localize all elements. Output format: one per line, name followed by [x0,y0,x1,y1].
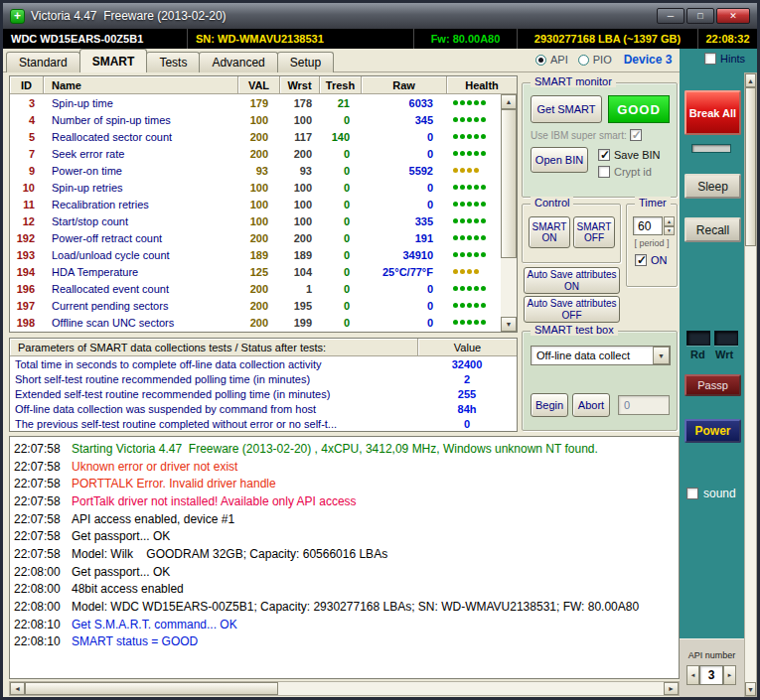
minimize-button[interactable]: ─ [657,8,684,24]
smart-attribute-row[interactable]: 10Spin-up retries10010000 [10,179,517,196]
title-bar[interactable]: + Victoria 4.47 Freeware (2013-02-20) ─ … [3,3,757,29]
autosave-off-button[interactable]: Auto Save attributes OFF [524,296,620,323]
crypt-id-row[interactable]: Crypt id [598,166,652,178]
save-bin-label: Save BIN [614,149,660,161]
vscroll-thumb[interactable] [745,87,756,246]
scroll-up-icon[interactable]: ▲ [501,94,517,109]
log-message: Model: WDC WD15EARS-00Z5B1; Capacity: 29… [72,600,639,614]
smart-attribute-row[interactable]: 194HDA Temperature125104025°C/77°F [10,263,517,280]
log-message: 48bit access enabled [72,582,184,596]
get-smart-button[interactable]: Get SMART [531,95,602,123]
smart-attribute-row[interactable]: 3Spin-up time179178216033 [10,94,517,111]
tab-advanced[interactable]: Advanced [199,52,277,72]
log-timestamp: 22:08:10 [10,618,72,631]
power-button[interactable]: Power [684,419,741,443]
api-radio[interactable] [535,55,546,66]
smart-attribute-row[interactable]: 196Reallocated event count200100 [10,280,517,297]
param-row[interactable]: Total time in seconds to complete off-li… [10,356,517,371]
log-message: PortTalk driver not installed! Available… [72,494,357,508]
smart-attribute-row[interactable]: 198Offline scan UNC sectors20019900 [10,314,517,331]
smart-on-button[interactable]: SMART ON [529,216,570,248]
api-spin-right-icon[interactable]: ► [723,665,736,685]
smart-attribute-row[interactable]: 197Current pending sectors20019500 [10,297,517,314]
scroll-right-icon[interactable]: ► [664,682,679,695]
cell-val: 100 [238,212,280,229]
open-bin-button[interactable]: Open BIN [531,147,588,173]
sound-checkbox[interactable] [686,488,698,499]
param-row[interactable]: Extended self-test routine recommended p… [10,386,517,401]
cell-id: 7 [10,145,44,162]
smart-attribute-row[interactable]: 11Recalibration retries10010000 [10,196,517,212]
sound-checkbox-row[interactable]: sound [686,487,736,500]
hscroll-thumb[interactable] [25,682,278,695]
smart-attribute-row[interactable]: 7Seek error rate20020000 [10,145,517,162]
autosave-on-button[interactable]: Auto Save attributes ON [524,267,620,294]
test-type-value: Off-line data collect [532,350,653,361]
begin-button[interactable]: Begin [531,393,568,417]
smart-attribute-row[interactable]: 12Start/stop count1001000335 [10,212,517,229]
smart-attribute-row[interactable]: 5Reallocated sector count2001171400 [10,128,517,145]
tab-setup[interactable]: Setup [277,52,334,72]
log-line: 22:08:00Get passport... OK [10,563,679,581]
table-scroll-thumb[interactable] [501,109,517,258]
recall-button[interactable]: Recall [684,217,741,242]
table-scrollbar[interactable]: ▲ ▼ [501,94,517,332]
save-bin-checkbox[interactable] [598,149,610,161]
cell-name: Start/stop count [44,212,238,229]
maximize-button[interactable]: □ [686,8,714,24]
smart-off-button[interactable]: SMART OFF [573,216,615,248]
timer-spin-down-icon[interactable]: ▼ [664,226,675,236]
break-all-button[interactable]: Break All [684,90,741,135]
smart-params-table: Parameters of SMART data collections tes… [9,338,518,432]
param-row[interactable]: Short self-test routine recommended poll… [10,371,517,386]
pio-label: PIO [593,54,612,66]
save-bin-row[interactable]: Save BIN [598,149,660,161]
cell-tresh: 0 [320,297,362,314]
ibm-smart-checkbox[interactable] [630,129,642,141]
abort-button[interactable]: Abort [572,393,610,417]
log-timestamp: 22:08:00 [10,600,72,614]
hints-checkbox[interactable] [704,53,716,65]
cell-wrst: 104 [280,263,320,280]
scroll-left-icon[interactable]: ◄ [10,682,25,695]
param-row[interactable]: The previous self-test routine completed… [10,416,517,431]
cell-wrst: 100 [280,212,320,229]
smart-attribute-row[interactable]: 9Power-on time939305592 [10,162,517,179]
scroll-down-icon[interactable]: ▼ [501,317,517,332]
tab-smart[interactable]: SMART [79,49,148,72]
timer-period-label: [ period ] [627,238,677,248]
read-led [686,331,710,346]
mode-controls: API PIO Device 3 [535,53,672,67]
hints-row[interactable]: Hints [704,53,745,65]
smart-attribute-row[interactable]: 4Number of spin-up times1001000345 [10,111,517,128]
smart-attribute-row[interactable]: 193Load/unload cycle count189189034910 [10,246,517,263]
test-progress-field[interactable] [618,395,670,415]
pio-radio[interactable] [578,55,589,66]
close-button[interactable]: ✕ [716,8,750,24]
cell-id: 10 [10,179,44,196]
log-line: 22:07:58Uknown error or driver not exist [10,458,679,476]
tab-standard[interactable]: Standard [6,52,80,72]
test-type-dropdown[interactable]: Off-line data collect ▼ [531,346,671,365]
timer-spin-up-icon[interactable]: ▲ [664,216,675,226]
api-spin-left-icon[interactable]: ◄ [686,665,699,685]
tab-tests[interactable]: Tests [146,52,200,72]
log-timestamp: 22:08:00 [10,582,72,596]
horizontal-scrollbar[interactable]: ◄ ► [9,681,680,696]
passport-button[interactable]: Passp [684,374,741,396]
timer-on-row[interactable]: ON [635,254,668,266]
cell-id: 12 [10,212,44,229]
timer-period-input[interactable] [633,216,663,235]
cell-id: 4 [10,111,44,128]
crypt-id-checkbox[interactable] [598,166,610,178]
vscroll-down-icon[interactable]: ▼ [745,682,756,696]
timer-on-checkbox[interactable] [635,254,647,266]
vscroll-up-icon[interactable]: ▲ [745,73,756,87]
dropdown-arrow-icon[interactable]: ▼ [653,347,670,364]
sleep-button[interactable]: Sleep [684,174,741,199]
vertical-scrollbar[interactable]: ▲ ▼ [744,72,757,697]
log-area[interactable]: 22:07:58Starting Victoria 4.47 Freeware … [9,436,680,679]
cell-id: 9 [10,162,44,179]
param-row[interactable]: Off-line data collection was suspended b… [10,401,517,416]
smart-attribute-row[interactable]: 192Power-off retract count2002000191 [10,229,517,246]
